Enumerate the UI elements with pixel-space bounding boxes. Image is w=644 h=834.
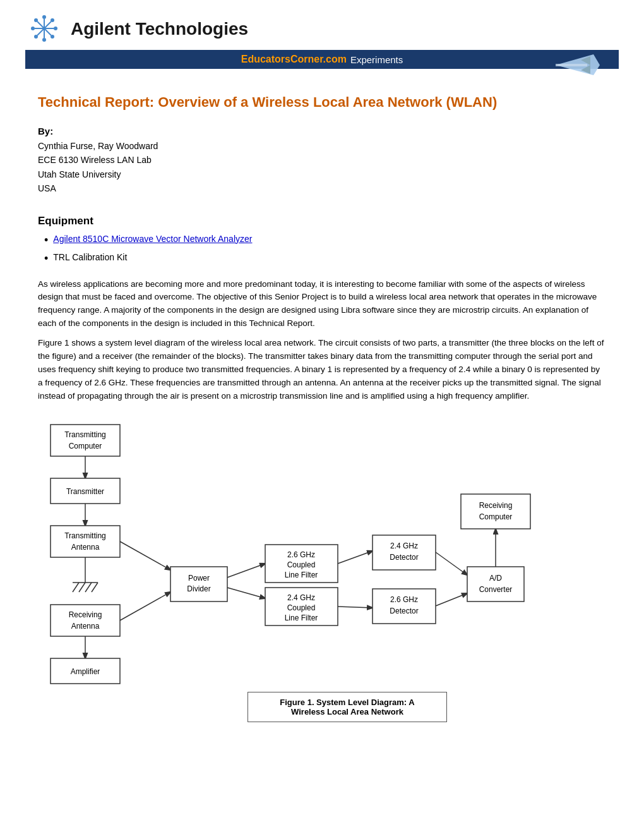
power-divider-label: Power (188, 574, 210, 583)
detector-26-label2: Detector (390, 607, 418, 615)
svg-line-38 (338, 607, 373, 608)
svg-rect-43 (467, 567, 524, 601)
header-top: Agilent Technologies (25, 11, 619, 46)
system-diagram-svg: Transmitting Computer Transmitter Transm… (38, 418, 581, 690)
svg-point-0 (42, 15, 46, 19)
equipment-section: Equipment Agilent 8510C Microwave Vector… (38, 215, 606, 265)
svg-line-23 (73, 583, 79, 592)
filter-24-label1: 2.4 GHz (287, 593, 315, 602)
svg-point-3 (54, 27, 57, 30)
svg-line-26 (92, 583, 98, 592)
svg-line-31 (120, 592, 170, 620)
equipment-title: Equipment (38, 215, 606, 227)
svg-rect-16 (51, 425, 120, 456)
svg-rect-15 (556, 64, 587, 66)
svg-rect-45 (461, 494, 530, 529)
svg-rect-27 (51, 605, 120, 636)
ad-converter-label2: Converter (479, 585, 513, 594)
receiving-computer-label2: Computer (479, 512, 513, 521)
figure-caption-line2: Wireless Local Area Network (280, 707, 414, 716)
transmitting-antenna-label2: Antenna (71, 543, 100, 552)
plane-icon (556, 51, 600, 80)
body-paragraph-2: Figure 1 shows a system level diagram of… (38, 337, 606, 403)
author-course: ECE 6130 Wireless LAN Lab (38, 153, 606, 167)
transmitting-antenna-label: Transmitting (64, 531, 106, 540)
author-university: Utah State University (38, 167, 606, 181)
by-section: By: Cynthia Furse, Ray Woodward ECE 6130… (38, 126, 606, 196)
svg-line-24 (79, 583, 85, 592)
figure-caption-line1: Figure 1. System Level Diagram: A (280, 698, 414, 707)
ad-converter-label1: A/D (489, 574, 502, 583)
header-banner: EducatorsCorner.com Experiments (25, 50, 619, 69)
receiving-antenna-label2: Antenna (71, 622, 100, 631)
svg-rect-20 (51, 526, 120, 557)
main-content: Technical Report: Overview of a Wireless… (0, 69, 644, 756)
by-label: By: (38, 126, 606, 136)
filter-24-label3: Line Filter (285, 613, 318, 622)
receiving-computer-label1: Receiving (479, 501, 513, 510)
svg-line-41 (436, 552, 467, 575)
banner-site: EducatorsCorner.com (241, 54, 347, 65)
page-header: Agilent Technologies EducatorsCorner.com… (0, 0, 644, 69)
equipment-link[interactable]: Agilent 8510C Microwave Vector Network A… (53, 234, 252, 244)
author-info: Cynthia Furse, Ray Woodward ECE 6130 Wir… (38, 139, 606, 196)
svg-line-37 (338, 551, 373, 564)
filter-26-label3: Line Filter (285, 571, 318, 579)
svg-line-30 (120, 541, 170, 570)
svg-line-34 (227, 588, 265, 598)
equipment-item-2: TRL Calibration Kit (53, 252, 127, 262)
filter-26-label2: Coupled (287, 560, 316, 569)
author-name: Cynthia Furse, Ray Woodward (38, 139, 606, 153)
detector-24-label1: 2.4 GHz (390, 541, 418, 550)
body-paragraph-1: As wireless applications are becoming mo… (38, 278, 606, 331)
detector-26-label1: 2.6 GHz (390, 595, 418, 604)
filter-26-label1: 2.6 GHz (287, 550, 315, 559)
page-title: Technical Report: Overview of a Wireless… (38, 94, 606, 111)
list-item: Agilent 8510C Microwave Vector Network A… (44, 234, 606, 247)
amplifier-label: Amplifier (71, 667, 100, 676)
transmitting-computer-label2: Computer (69, 442, 102, 450)
receiving-antenna-label: Receiving (69, 610, 102, 619)
svg-point-2 (31, 27, 35, 30)
company-name: Agilent Technologies (71, 19, 248, 39)
banner-experiments: Experiments (350, 54, 403, 65)
agilent-logo-icon (25, 11, 63, 46)
transmitting-computer-label: Transmitting (64, 430, 106, 439)
svg-line-42 (436, 593, 467, 606)
detector-24-label2: Detector (390, 553, 418, 562)
diagram-container: Transmitting Computer Transmitter Transm… (38, 418, 606, 722)
transmitter-label: Transmitter (66, 487, 104, 496)
svg-point-1 (42, 38, 46, 42)
svg-line-33 (227, 564, 265, 577)
svg-line-25 (85, 583, 92, 592)
power-divider-label2: Divider (187, 584, 210, 593)
author-country: USA (38, 181, 606, 195)
filter-24-label2: Coupled (287, 603, 316, 612)
list-item: TRL Calibration Kit (44, 252, 606, 265)
equipment-list: Agilent 8510C Microwave Vector Network A… (38, 234, 606, 265)
